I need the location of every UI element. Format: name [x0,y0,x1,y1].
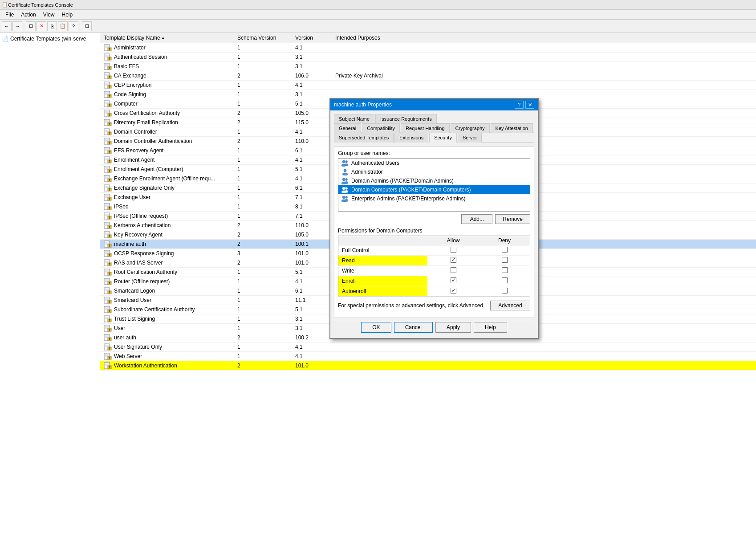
deny-checkbox[interactable] [502,257,508,263]
cell-schema: 1 [236,203,293,210]
cancel-button[interactable]: Cancel [394,322,433,333]
tab-subject-name[interactable]: Subject Name [334,114,374,123]
col-name[interactable]: Template Display Name ▲ [102,34,236,41]
tab-server[interactable]: Server [458,133,482,143]
table-row[interactable]: Administrator14.1 [100,43,756,53]
add-button[interactable]: Add... [461,214,492,224]
table-row[interactable]: CA Exchange2106.0Private Key Archival [100,71,756,81]
tab-compatibility[interactable]: Compatibility [362,123,400,133]
dialog-close-btn[interactable]: ✕ [525,101,534,109]
user-item[interactable]: Domain Admins (PACKET\Domain Admins) [338,176,530,185]
toolbar-help[interactable]: ? [69,21,78,31]
cell-purposes [333,85,754,86]
toolbar-view[interactable]: ⊞ [26,21,36,31]
tab-cryptography[interactable]: Cryptography [451,123,490,133]
toolbar-copy[interactable]: ⎘ [47,21,57,31]
tab-key-attestation[interactable]: Key Attestation [491,123,533,133]
tab-request-handling[interactable]: Request Handling [401,123,449,133]
user-item[interactable]: Authenticated Users [338,159,530,167]
toolbar-forward[interactable]: → [12,21,22,31]
cell-version: 4.1 [293,175,333,182]
perm-allow[interactable] [427,256,479,266]
tab-general[interactable]: General [334,123,361,133]
cell-name: Root Certification Authority [102,268,236,276]
perm-allow[interactable] [427,245,479,256]
perm-allow[interactable] [427,286,479,297]
user-item[interactable]: Administrator [338,167,530,176]
menu-action[interactable]: Action [17,11,39,19]
tab-issuance-req[interactable]: Issuance Requirements [375,114,437,123]
col-purposes[interactable]: Intended Purposes [333,34,754,41]
tab-extensions[interactable]: Extensions [394,133,428,143]
cell-schema: 1 [236,156,293,163]
col-schema[interactable]: Schema Version [236,34,293,41]
table-row[interactable]: Authenticated Session13.1 [100,53,756,62]
cell-name: user auth [102,334,236,342]
toolbar-delete[interactable]: ✕ [37,21,46,31]
allow-checkbox[interactable] [451,267,456,273]
perm-deny[interactable] [479,245,530,256]
advanced-text: For special permissions or advanced sett… [338,302,487,309]
cell-purposes [333,66,754,67]
user-item[interactable]: Domain Computers (PACKET\Domain Computer… [338,185,530,194]
allow-checkbox[interactable] [451,277,456,283]
perm-deny[interactable] [479,266,530,276]
table-row[interactable]: Workstation Authentication2101.0 [100,361,756,371]
advanced-button[interactable]: Advanced [490,301,530,310]
deny-checkbox[interactable] [502,288,508,293]
user-item[interactable]: Enterprise Admins (PACKET\Enterprise Adm… [338,194,530,203]
perm-name: Write [338,266,427,276]
deny-checkbox[interactable] [502,267,508,273]
perm-deny[interactable] [479,286,530,297]
sidebar-item-templates[interactable]: 📄 Certificate Templates (win-serve [0,35,100,43]
cell-name: Computer [102,100,236,108]
perm-allow[interactable] [427,276,479,286]
perm-allow[interactable] [427,266,479,276]
permission-row: Enroll [338,276,530,286]
cell-purposes [333,47,754,48]
cell-name: Trust List Signing [102,315,236,323]
dialog-help-btn[interactable]: ? [515,101,524,109]
deny-checkbox[interactable] [502,277,508,283]
add-remove-row: Add... Remove [338,214,530,224]
allow-checkbox[interactable] [451,288,456,293]
toolbar-back[interactable]: ← [2,21,12,31]
cell-version: 6.1 [293,184,333,192]
cell-name: Enrollment Agent (Computer) [102,165,236,173]
cell-name: Smartcard User [102,296,236,304]
menu-view[interactable]: View [40,11,58,19]
deny-checkbox[interactable] [502,247,508,253]
cell-version: 7.1 [293,194,333,201]
cell-version: 106.0 [293,72,333,79]
properties-dialog[interactable]: machine auth Properties ? ✕ Subject Name… [329,98,539,339]
cell-version: 3.1 [293,315,333,322]
svg-point-254 [345,182,348,184]
tab-security[interactable]: Security [429,133,457,143]
users-list[interactable]: Authenticated Users Administrator Domain… [338,158,530,212]
ok-button[interactable]: OK [361,322,391,333]
cell-name: Exchange Enrollment Agent (Offline requ.… [102,175,236,183]
cell-name: Authenticated Session [102,53,236,61]
perm-deny[interactable] [479,276,530,286]
table-row[interactable]: Web Server14.1 [100,352,756,361]
apply-button[interactable]: Apply [435,322,471,333]
cell-version: 105.0 [293,231,333,238]
tab-superseded[interactable]: Superseded Templates [334,133,394,143]
cell-schema: 1 [236,82,293,89]
perm-deny[interactable] [479,256,530,266]
col-version[interactable]: Version [293,34,333,41]
toolbar-extra[interactable]: ⊡ [82,21,92,31]
menu-help[interactable]: Help [58,11,77,19]
cell-schema: 1 [236,278,293,285]
help-button[interactable]: Help [474,322,507,333]
allow-checkbox[interactable] [451,247,456,253]
app-title: Certificate Templates Console [8,2,73,8]
table-row[interactable]: CEP Encryption14.1 [100,81,756,90]
menu-file[interactable]: File [2,11,17,19]
toolbar-paste[interactable]: 📋 [58,21,68,31]
table-row[interactable]: User Signature Only14.1 [100,342,756,352]
allow-checkbox[interactable] [451,257,456,263]
table-row[interactable]: Basic EFS13.1 [100,62,756,71]
cell-name: IPSec (Offline request) [102,212,236,220]
remove-button[interactable]: Remove [495,214,530,224]
